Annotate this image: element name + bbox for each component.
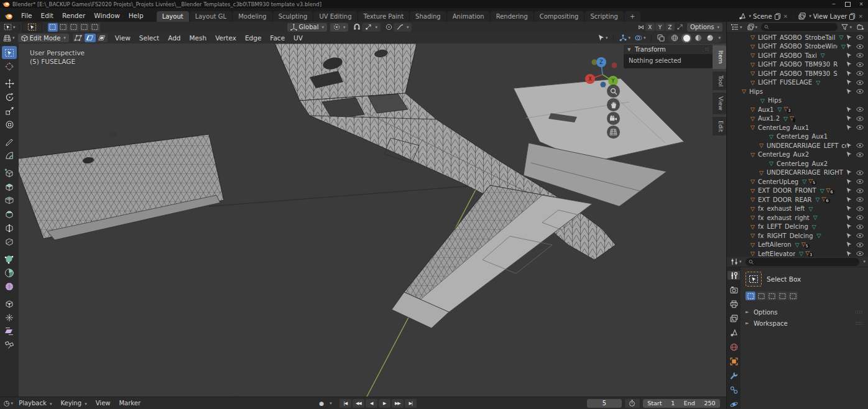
outliner-row[interactable]: ▽ Aux1 ▽ ▽3	[727, 105, 868, 114]
outliner-item-label[interactable]: LIGHT_ASOBO_Taxi	[758, 52, 817, 59]
unlink-scene-icon[interactable]: ×	[783, 13, 788, 19]
edge-select-button[interactable]	[85, 34, 96, 42]
tool-shrink-fatten[interactable]	[2, 311, 17, 324]
outliner-row[interactable]: ▽ UNDERCARRIAGE_RIGHT_ce ▽ ▽	[727, 168, 868, 178]
current-frame-field[interactable]: 5	[587, 399, 622, 408]
gizmo-x-axis[interactable]: X	[585, 74, 595, 84]
visibility-toggle[interactable]	[856, 80, 864, 85]
pan-button[interactable]	[607, 98, 620, 111]
navigation-gizmo[interactable]: Z X Y	[581, 48, 625, 90]
snap-falloff-icon[interactable]	[675, 23, 685, 32]
outliner-row[interactable]: ▽ EXT_DOOR_REAR ▽ ▽6	[727, 195, 868, 204]
properties-search[interactable]	[746, 258, 860, 266]
sidebar-tab[interactable]: View	[713, 93, 726, 114]
outliner-row[interactable]: ▽ LIGHT_ASOBO_StrobeWing ▽ ▽	[727, 42, 868, 52]
visibility-toggle[interactable]	[856, 188, 864, 193]
outliner-row[interactable]: ▽ Hips ▽ ▽	[727, 87, 868, 96]
visibility-toggle[interactable]	[856, 152, 864, 157]
tool-bevel[interactable]	[2, 208, 17, 221]
visibility-toggle[interactable]	[856, 53, 864, 58]
outliner-item-label[interactable]: Aux1.2	[758, 115, 780, 122]
select-mode-new[interactable]	[48, 23, 58, 32]
proportional-editing-toggle[interactable]	[384, 23, 394, 32]
visibility-toggle[interactable]	[856, 107, 864, 112]
viewport-3d-scene[interactable]	[19, 44, 726, 397]
outliner-item-label[interactable]: CenterLeg_Aux2	[758, 151, 809, 158]
outliner-row[interactable]: ▽ LIGHT_ASOBO_Taxi ▽ ▽	[727, 51, 868, 60]
tab-modifiers[interactable]	[727, 372, 740, 380]
app-menu-button[interactable]	[0, 12, 17, 22]
topbar-menu[interactable]: Help	[124, 12, 148, 22]
selectable-toggle[interactable]	[846, 125, 852, 131]
outliner-item-label[interactable]: CenterLeg_Aux1	[758, 124, 809, 131]
tool-spin[interactable]	[2, 266, 17, 279]
gizmo-neg-x[interactable]	[612, 63, 617, 68]
mirror-axis-button[interactable]: Z	[665, 23, 675, 31]
viewport-menu[interactable]: UV	[289, 34, 307, 42]
selectable-toggle[interactable]	[846, 71, 852, 76]
selectable-toggle[interactable]	[846, 206, 852, 211]
viewport-menu[interactable]: Add	[164, 34, 185, 42]
tool-smooth[interactable]	[2, 280, 17, 293]
outliner-item-label[interactable]: LIGHT_ASOBO_StrobeTail	[758, 34, 835, 41]
outliner-row[interactable]: ▽ LIGHT_ASOBO_TBM930_StrobeT ▽ ▽	[727, 69, 868, 78]
workspace-tab[interactable]: Scripting	[584, 11, 623, 22]
rendered-shading-button[interactable]	[705, 34, 715, 43]
xray-toggle[interactable]	[656, 34, 666, 42]
mode-dropdown[interactable]: Edit Mode▾	[18, 34, 69, 42]
next-keyframe-button[interactable]: ▶▶	[392, 399, 404, 408]
maximize-button[interactable]	[841, 0, 854, 8]
new-collection-button[interactable]	[856, 23, 866, 32]
outliner-item-label[interactable]: fx_LEFT_DeIcing	[758, 223, 808, 230]
marker-menu[interactable]: Marker	[114, 400, 145, 407]
overlays-toggle[interactable]: ▾	[634, 34, 647, 42]
tab-object[interactable]	[727, 357, 740, 366]
visibility-toggle[interactable]	[856, 35, 864, 40]
properties-panel-header[interactable]: ► Workspace ∷∷	[746, 318, 863, 329]
prev-keyframe-button[interactable]: ◀◀	[353, 399, 364, 408]
active-tool-dropdown[interactable]: ▾	[2, 23, 17, 32]
outliner-item-label[interactable]: LeftAileron	[758, 241, 792, 248]
selectable-toggle[interactable]	[846, 170, 852, 175]
outliner-item-label[interactable]: fx_exhaust_right	[758, 214, 810, 221]
workspace-tab[interactable]: Rendering	[491, 11, 533, 22]
selectable-toggle[interactable]	[846, 80, 852, 85]
outliner-row[interactable]: ▽ fx_exhaust_right ▽ ▽	[727, 213, 868, 223]
viewport-menu[interactable]: Face	[265, 34, 289, 42]
viewport-menu[interactable]: Vertex	[211, 34, 241, 42]
selectable-toggle[interactable]	[846, 107, 852, 113]
select-mode-extend[interactable]	[756, 292, 766, 300]
tool-add-cube[interactable]	[2, 167, 17, 180]
tool-measure[interactable]	[2, 149, 17, 162]
workspace-tab[interactable]: Layout GL	[190, 11, 233, 22]
selectable-toggle[interactable]	[846, 116, 852, 121]
outliner-item-label[interactable]: EXT_DOOR_REAR	[758, 196, 812, 203]
frame-range-field[interactable]: Start1 End250	[643, 399, 720, 408]
selectable-toggle[interactable]	[846, 242, 852, 247]
select-mode-subtract[interactable]	[767, 292, 777, 300]
viewport-menu[interactable]: View	[111, 34, 135, 42]
play-reverse-button[interactable]: ◀	[366, 399, 377, 408]
tool-move[interactable]	[2, 77, 17, 90]
outliner-item-label[interactable]: UNDERCARRIAGE_LEFT_cent	[767, 142, 846, 149]
outliner-row[interactable]: ▽ CenterLeg_Aux2 ▽ ▽	[727, 150, 868, 160]
visibility-toggle[interactable]	[856, 251, 864, 256]
workspace-tab[interactable]: Modeling	[233, 11, 272, 22]
play-button[interactable]: ▶	[379, 399, 390, 408]
zoom-button[interactable]	[607, 85, 620, 98]
workspace-tab[interactable]: UV Editing	[313, 11, 357, 22]
visibility-toggle[interactable]	[856, 170, 864, 175]
outliner-item-label[interactable]: Hips	[749, 88, 763, 95]
auto-keying-toggle[interactable]: ●	[315, 399, 327, 408]
outliner-item-label[interactable]: UNDERCARRIAGE_RIGHT_ce	[767, 169, 846, 176]
outliner-row[interactable]: ▽ UNDERCARRIAGE_LEFT_cent ▽ ▽	[727, 141, 868, 150]
visibility-toggle[interactable]	[856, 224, 864, 229]
tab-view-layer[interactable]	[727, 314, 740, 323]
selectable-toggle[interactable]	[846, 224, 852, 229]
workspace-tab[interactable]: +	[624, 11, 640, 22]
outliner-item-label[interactable]: LeftElevator	[758, 250, 795, 257]
workspace-tab[interactable]: Compositing	[534, 11, 584, 22]
outliner-item-label[interactable]: fx_exhaust_left	[758, 205, 805, 212]
outliner-row[interactable]: ▽ LeftAileron ▽ ▽5	[727, 241, 868, 250]
tool-inset-faces[interactable]	[2, 194, 17, 207]
